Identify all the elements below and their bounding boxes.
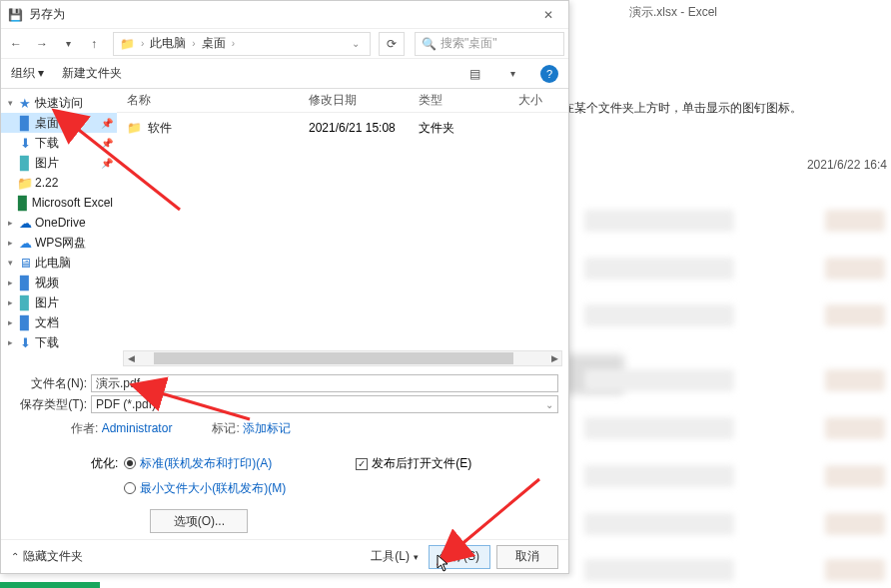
sidebar-item-7[interactable]: ▸☁WPS网盘: [1, 233, 117, 253]
optimize-standard-radio[interactable]: 标准(联机发布和打印)(A): [124, 455, 286, 472]
excel-hint: 在某个文件夹上方时，单击显示的图钉图标。: [562, 100, 802, 117]
sidebar-icon: ▉: [17, 275, 33, 291]
excel-date: 2021/6/22 16:4: [807, 158, 887, 172]
sidebar-icon: ▉: [17, 294, 33, 310]
sidebar-item-6[interactable]: ▸☁OneDrive: [1, 213, 117, 233]
expand-icon: ▸: [5, 297, 15, 307]
dialog-footer: ⌃ 隐藏文件夹 工具(L)▾ 保存(S) 取消: [1, 539, 568, 573]
sidebar-item-3[interactable]: ▉图片📌: [1, 153, 117, 173]
sidebar-icon: ☁: [17, 215, 33, 231]
sidebar: ▾★快速访问▉桌面📌⬇下载📌▉图片📌📁2.22▉Microsoft Excel▸…: [1, 89, 117, 370]
sidebar-icon: ▉: [17, 155, 33, 171]
app-icon: 💾: [7, 7, 23, 23]
sidebar-item-0[interactable]: ▾★快速访问: [1, 93, 117, 113]
scroll-left-icon[interactable]: ◀: [124, 351, 138, 365]
pin-icon: 📌: [101, 158, 113, 169]
save-form: 文件名(N): 演示.pdf 保存类型(T): PDF (*.pdf) ⌄ 作者…: [1, 370, 568, 533]
view-dropdown-icon[interactable]: ▾: [502, 64, 522, 84]
dialog-title: 另存为: [29, 6, 65, 23]
help-button[interactable]: ?: [540, 65, 558, 83]
file-pane: 名称 修改日期 类型 大小 📁软件2021/6/21 15:08文件夹 ◀ ▶: [117, 89, 568, 370]
sidebar-item-12[interactable]: ▸⬇下载: [1, 332, 117, 352]
sidebar-icon: ★: [17, 95, 33, 111]
sidebar-item-label: 图片: [35, 294, 59, 311]
sidebar-item-label: 下载: [35, 135, 59, 152]
expand-icon: ▾: [5, 258, 15, 268]
scroll-right-icon[interactable]: ▶: [547, 351, 561, 365]
cancel-button[interactable]: 取消: [496, 545, 558, 569]
col-name[interactable]: 名称: [127, 92, 309, 109]
sidebar-item-4[interactable]: 📁2.22: [1, 173, 117, 193]
expand-icon: ▸: [5, 337, 15, 347]
back-button[interactable]: ←: [5, 33, 27, 55]
expand-icon: ▸: [5, 317, 15, 327]
sidebar-icon: 🖥: [17, 255, 33, 271]
search-icon: 🔍: [422, 37, 437, 51]
sidebar-item-2[interactable]: ⬇下载📌: [1, 133, 117, 153]
organize-menu[interactable]: 组织 ▾: [11, 65, 44, 82]
sidebar-item-10[interactable]: ▸▉图片: [1, 293, 117, 312]
options-button[interactable]: 选项(O)...: [150, 509, 248, 533]
hide-folders-link[interactable]: ⌃ 隐藏文件夹: [11, 548, 83, 565]
forward-button[interactable]: →: [31, 33, 53, 55]
sidebar-item-5[interactable]: ▉Microsoft Excel: [1, 193, 117, 213]
close-button[interactable]: ✕: [534, 5, 562, 25]
excel-background: 演示.xlsx - Excel 在某个文件夹上方时，单击显示的图钉图标。 202…: [574, 0, 891, 588]
dialog-toolbar: 组织 ▾ 新建文件夹 ▤ ▾ ?: [1, 59, 568, 89]
expand-icon: ▾: [5, 98, 15, 108]
file-header: 名称 修改日期 类型 大小: [117, 89, 568, 113]
search-input[interactable]: 🔍 搜索"桌面": [415, 32, 564, 56]
sidebar-item-label: 下载: [35, 334, 59, 351]
sidebar-item-label: 桌面: [35, 115, 59, 132]
sidebar-icon: 📁: [17, 175, 33, 191]
up-button[interactable]: ↑: [83, 33, 105, 55]
taskbar-fragment: [0, 582, 100, 588]
filename-label: 文件名(N):: [11, 375, 91, 392]
scroll-thumb[interactable]: [154, 352, 513, 364]
sidebar-icon: ▉: [16, 195, 30, 211]
horizontal-scrollbar[interactable]: ◀ ▶: [123, 350, 562, 366]
new-folder-button[interactable]: 新建文件夹: [62, 65, 122, 82]
folder-icon: 📁: [120, 37, 135, 51]
sidebar-icon: ▉: [17, 115, 33, 131]
excel-title: 演示.xlsx - Excel: [629, 4, 717, 21]
expand-icon: ▸: [5, 278, 15, 288]
sidebar-icon: ☁: [17, 235, 33, 251]
optimize-min-radio[interactable]: 最小文件大小(联机发布)(M): [124, 480, 286, 497]
col-modified[interactable]: 修改日期: [309, 92, 419, 109]
sidebar-item-label: 文档: [35, 314, 59, 331]
sidebar-item-label: 视频: [35, 275, 59, 292]
radio-icon: [124, 457, 136, 469]
tags-value[interactable]: 添加标记: [243, 421, 291, 435]
sidebar-icon: ⬇: [17, 334, 33, 350]
author-label: 作者:: [71, 421, 98, 435]
sidebar-icon: ▉: [17, 314, 33, 330]
crumb-desktop[interactable]: 桌面: [202, 35, 226, 52]
view-icon[interactable]: ▤: [464, 64, 484, 84]
sidebar-item-9[interactable]: ▸▉视频: [1, 273, 117, 293]
filename-input[interactable]: 演示.pdf: [91, 374, 558, 392]
tools-menu[interactable]: 工具(L)▾: [367, 548, 423, 565]
nav-bar: ← → ▾ ↑ 📁 › 此电脑 › 桌面 › ⌄ ⟳ 🔍 搜索"桌面": [1, 29, 568, 59]
tags-label: 标记:: [212, 421, 239, 435]
sidebar-item-label: 快速访问: [35, 95, 83, 112]
sidebar-item-11[interactable]: ▸▉文档: [1, 312, 117, 332]
sidebar-item-1[interactable]: ▉桌面📌: [1, 113, 117, 133]
optimize-label: 优化:: [91, 455, 118, 533]
col-size[interactable]: 大小: [518, 92, 558, 109]
breadcrumb-dropdown-icon[interactable]: ⌄: [352, 38, 364, 49]
author-value[interactable]: Administrator: [102, 421, 173, 435]
refresh-button[interactable]: ⟳: [379, 32, 405, 56]
breadcrumb[interactable]: 📁 › 此电脑 › 桌面 › ⌄: [113, 32, 371, 56]
filetype-select[interactable]: PDF (*.pdf) ⌄: [91, 395, 558, 413]
col-type[interactable]: 类型: [419, 92, 518, 109]
open-after-checkbox[interactable]: ✓ 发布后打开文件(E): [356, 455, 471, 472]
crumb-pc[interactable]: 此电脑: [150, 35, 186, 52]
chevron-down-icon: ⌄: [545, 399, 553, 410]
sidebar-item-label: 此电脑: [35, 255, 71, 272]
sidebar-item-label: 图片: [35, 155, 59, 172]
sidebar-item-8[interactable]: ▾🖥此电脑: [1, 253, 117, 273]
file-row[interactable]: 📁软件2021/6/21 15:08文件夹: [127, 117, 558, 139]
file-type: 文件夹: [419, 120, 518, 137]
save-button[interactable]: 保存(S): [429, 545, 490, 569]
